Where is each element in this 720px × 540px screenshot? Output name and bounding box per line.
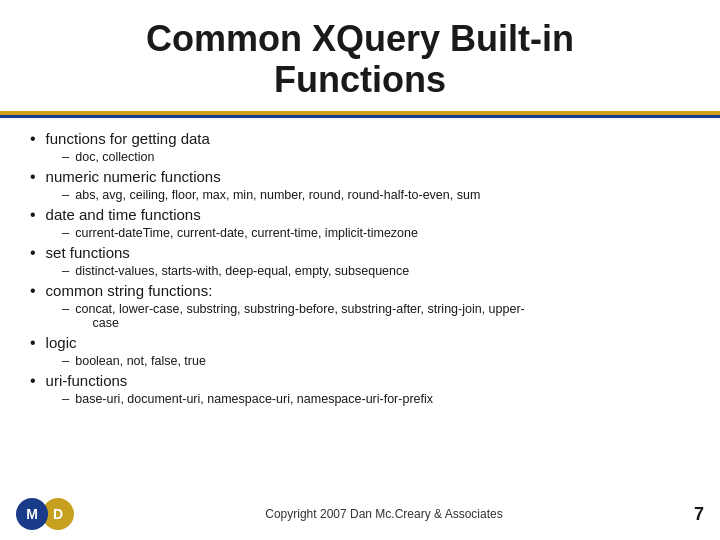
sub-item-5: – concat, lower-case, substring, substri… xyxy=(62,301,680,330)
sub-text-6: boolean, not, false, true xyxy=(75,354,206,368)
copyright-text: Copyright 2007 Dan Mc.Creary & Associate… xyxy=(265,507,502,521)
bullet-dot-6: • xyxy=(30,334,36,352)
logo-m: M xyxy=(16,498,48,530)
sub-text-7: base-uri, document-uri, namespace-uri, n… xyxy=(75,392,433,406)
sub-item-2: – abs, avg, ceiling, floor, max, min, nu… xyxy=(62,187,680,202)
bullet-dot-1: • xyxy=(30,130,36,148)
slide: Common XQuery Built-in Functions • funct… xyxy=(0,0,720,540)
sub-text-5: concat, lower-case, substring, substring… xyxy=(75,302,525,330)
logo-area: M D xyxy=(16,498,74,530)
sub-item-1: – doc, collection xyxy=(62,149,680,164)
sub-item-3: – current-dateTime, current-date, curren… xyxy=(62,225,680,240)
bullet-4: • set functions – distinct-values, start… xyxy=(30,244,680,278)
sub-dash-3: – xyxy=(62,225,69,240)
divider xyxy=(0,111,720,118)
bullet-main-3: • date and time functions xyxy=(30,206,680,224)
sub-dash-6: – xyxy=(62,353,69,368)
bullet-text-4: set functions xyxy=(46,244,130,261)
bullet-3: • date and time functions – current-date… xyxy=(30,206,680,240)
sub-item-7: – base-uri, document-uri, namespace-uri,… xyxy=(62,391,680,406)
title-area: Common XQuery Built-in Functions xyxy=(0,0,720,111)
sub-text-4: distinct-values, starts-with, deep-equal… xyxy=(75,264,409,278)
content-area: • functions for getting data – doc, coll… xyxy=(0,122,720,490)
sub-text-1: doc, collection xyxy=(75,150,154,164)
bullet-5: • common string functions: – concat, low… xyxy=(30,282,680,330)
sub-dash-5: – xyxy=(62,301,69,316)
bullet-main-4: • set functions xyxy=(30,244,680,262)
sub-text-2: abs, avg, ceiling, floor, max, min, numb… xyxy=(75,188,480,202)
bullet-2: • numeric numeric functionsnumeric funct… xyxy=(30,168,680,202)
page-number: 7 xyxy=(694,504,704,525)
slide-title: Common XQuery Built-in Functions xyxy=(20,18,700,101)
sub-item-6: – boolean, not, false, true xyxy=(62,353,680,368)
footer: M D Copyright 2007 Dan Mc.Creary & Assoc… xyxy=(0,490,720,540)
sub-dash-4: – xyxy=(62,263,69,278)
sub-text-3: current-dateTime, current-date, current-… xyxy=(75,226,418,240)
bullet-text-6: logic xyxy=(46,334,77,351)
bullet-dot-2: • xyxy=(30,168,36,186)
bullet-text-5: common string functions: xyxy=(46,282,213,299)
sub-dash-1: – xyxy=(62,149,69,164)
sub-dash-2: – xyxy=(62,187,69,202)
label-numeric: numeric xyxy=(46,168,104,185)
bullet-dot-7: • xyxy=(30,372,36,390)
bullet-dot-3: • xyxy=(30,206,36,224)
sub-item-4: – distinct-values, starts-with, deep-equ… xyxy=(62,263,680,278)
bullet-main-7: • uri-functions xyxy=(30,372,680,390)
bullet-text-2: numeric numeric functionsnumeric functio… xyxy=(46,168,221,185)
bullet-main-6: • logic xyxy=(30,334,680,352)
bullet-dot-5: • xyxy=(30,282,36,300)
bullet-text-3: date and time functions xyxy=(46,206,201,223)
sub-dash-7: – xyxy=(62,391,69,406)
bullet-text-1: functions for getting data xyxy=(46,130,210,147)
bullet-main-1: • functions for getting data xyxy=(30,130,680,148)
bullet-dot-4: • xyxy=(30,244,36,262)
bullet-main-2: • numeric numeric functionsnumeric funct… xyxy=(30,168,680,186)
blue-bar xyxy=(0,115,720,118)
bullet-1: • functions for getting data – doc, coll… xyxy=(30,130,680,164)
bullet-7: • uri-functions – base-uri, document-uri… xyxy=(30,372,680,406)
bullet-main-5: • common string functions: xyxy=(30,282,680,300)
bullet-6: • logic – boolean, not, false, true xyxy=(30,334,680,368)
bullet-text-7: uri-functions xyxy=(46,372,128,389)
